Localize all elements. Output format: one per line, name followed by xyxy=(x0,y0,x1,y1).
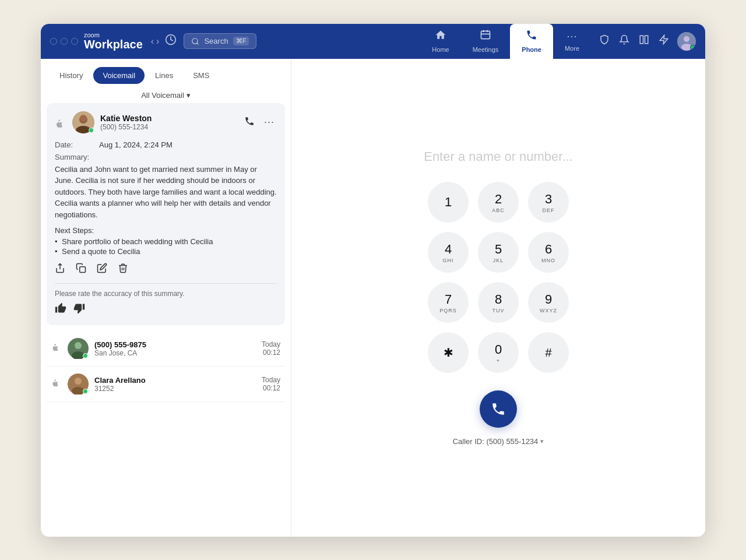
vm-card-header: Katie Weston (500) 555-1234 ··· xyxy=(55,111,277,133)
nav-tab-more-label: More xyxy=(565,45,579,52)
nav-shield-button[interactable] xyxy=(596,31,613,51)
vm-list-day-2: Today xyxy=(262,376,280,384)
dial-key-6[interactable]: 6 MNO xyxy=(528,232,569,273)
call-button[interactable] xyxy=(480,390,517,428)
nav-recent-button[interactable] xyxy=(163,31,179,51)
nav-tab-home-label: Home xyxy=(432,46,449,53)
search-bar[interactable]: Search ⌘F xyxy=(184,33,256,49)
svg-line-2 xyxy=(197,43,199,44)
dial-key-7[interactable]: 7 PQRS xyxy=(428,282,469,323)
dial-key-hash[interactable]: # xyxy=(528,332,569,373)
top-nav: zoom Workplace ‹ › Search ⌘F Home xyxy=(41,24,705,59)
left-panel: History Voicemail Lines SMS All Voicemai… xyxy=(41,59,291,537)
dial-key-1[interactable]: 1 xyxy=(428,182,469,223)
dialpad-panel: 1 2 ABC 3 DEF 4 GHI 5 JKL xyxy=(291,59,705,537)
dial-key-4[interactable]: 4 GHI xyxy=(428,232,469,273)
dial-key-8[interactable]: 8 TUV xyxy=(478,282,519,323)
caller-id-row[interactable]: Caller ID: (500) 555-1234 ▾ xyxy=(453,437,544,446)
vm-list-dur-2: 00:12 xyxy=(262,384,280,392)
svg-point-20 xyxy=(75,342,82,349)
vm-call-button[interactable] xyxy=(242,114,257,131)
dial-key-3[interactable]: 3 DEF xyxy=(528,182,569,223)
vm-rating-buttons xyxy=(55,302,277,317)
nav-tab-home[interactable]: Home xyxy=(420,24,460,59)
vm-detail-section: Date: Aug 1, 2024, 2:24 PM Summary: Ceci… xyxy=(55,140,277,256)
dial-input[interactable] xyxy=(382,149,615,164)
nav-layout-button[interactable] xyxy=(635,31,653,51)
nav-notification-button[interactable] xyxy=(615,31,633,51)
vm-next-steps-list: Share portfolio of beach wedding with Ce… xyxy=(55,237,277,256)
nav-right-icons xyxy=(596,31,696,51)
dial-key-9[interactable]: 9 WXYZ xyxy=(528,282,569,323)
vm-rating-text: Please rate the accuracy of this summary… xyxy=(55,290,277,298)
nav-tab-meetings-label: Meetings xyxy=(473,46,499,53)
voicemail-filter[interactable]: All Voicemail ▾ xyxy=(41,84,291,103)
minimize-control[interactable] xyxy=(61,38,68,45)
voicemail-list: Katie Weston (500) 555-1234 ··· Date: xyxy=(41,103,291,537)
vm-summary-text: Cecilia and John want to get married nex… xyxy=(55,164,277,221)
nav-tab-phone[interactable]: Phone xyxy=(510,24,553,59)
tab-sms[interactable]: SMS xyxy=(184,67,219,84)
vm-next-steps-label: Next Steps: xyxy=(55,226,277,235)
more-icon: ··· xyxy=(566,30,577,43)
vm-list-name-1: (500) 555-9875 xyxy=(94,340,256,349)
tab-voicemail[interactable]: Voicemail xyxy=(93,67,145,84)
nav-back-button[interactable]: ‹ xyxy=(151,36,154,47)
vm-date-label: Date: xyxy=(55,140,90,149)
dial-grid: 1 2 ABC 3 DEF 4 GHI 5 JKL xyxy=(428,182,569,373)
svg-rect-8 xyxy=(645,36,648,44)
nav-tabs: Home Meetings Phone ··· More xyxy=(420,24,591,59)
meetings-icon xyxy=(480,29,491,44)
vm-contact-number: (500) 555-1234 xyxy=(100,123,236,131)
svg-rect-3 xyxy=(481,31,490,38)
vm-list-sub-2: 31252 xyxy=(94,385,256,393)
vm-list-playback-2 xyxy=(51,379,59,389)
vm-list-avatar-2 xyxy=(68,374,89,395)
svg-rect-18 xyxy=(80,267,86,273)
close-control[interactable] xyxy=(50,38,57,45)
vm-thumbup-button[interactable] xyxy=(55,302,66,317)
home-icon xyxy=(435,29,446,44)
vm-date-value: Aug 1, 2024, 2:24 PM xyxy=(99,140,173,149)
user-avatar[interactable] xyxy=(677,32,696,51)
vm-list-sub-1: San Jose, CA xyxy=(94,349,256,357)
brand-logo: zoom Workplace xyxy=(84,32,143,50)
svg-rect-7 xyxy=(640,36,643,44)
phone-icon xyxy=(526,29,537,44)
phone-tab-bar: History Voicemail Lines SMS xyxy=(41,59,291,84)
vm-share-button[interactable] xyxy=(55,263,65,276)
vm-list-day-1: Today xyxy=(262,340,280,348)
vm-copy-button[interactable] xyxy=(76,263,86,276)
vm-contact-name: Katie Weston xyxy=(100,114,236,123)
search-label: Search xyxy=(204,37,228,45)
maximize-control[interactable] xyxy=(71,38,78,45)
vm-more-button[interactable]: ··· xyxy=(262,114,277,131)
filter-chevron: ▾ xyxy=(186,91,191,100)
svg-marker-9 xyxy=(660,36,668,44)
voicemail-list-item-1[interactable]: (500) 555-9875 San Jose, CA Today 00:12 xyxy=(47,331,285,367)
vm-list-info-2: Clara Arellano 31252 xyxy=(94,376,256,393)
vm-rating-section: Please rate the accuracy of this summary… xyxy=(55,283,277,317)
vm-list-time-2: Today 00:12 xyxy=(262,376,280,392)
vm-name-number: Katie Weston (500) 555-1234 xyxy=(100,114,236,131)
svg-point-11 xyxy=(684,36,689,42)
nav-tab-meetings[interactable]: Meetings xyxy=(461,24,511,59)
dial-key-0[interactable]: 0 + xyxy=(478,332,519,373)
vm-edit-button[interactable] xyxy=(97,263,107,276)
nav-forward-button[interactable]: › xyxy=(156,36,159,47)
vm-thumbdown-button[interactable] xyxy=(73,302,85,317)
nav-tab-more[interactable]: ··· More xyxy=(553,24,591,59)
nav-ai-button[interactable] xyxy=(655,31,673,51)
window-controls xyxy=(50,38,78,45)
tab-lines[interactable]: Lines xyxy=(146,67,182,84)
search-shortcut: ⌘F xyxy=(233,37,249,45)
voicemail-list-item-2[interactable]: Clara Arellano 31252 Today 00:12 xyxy=(47,367,285,402)
dial-key-star[interactable]: ✱ xyxy=(428,332,469,373)
vm-list-name-2: Clara Arellano xyxy=(94,376,256,385)
dial-key-5[interactable]: 5 JKL xyxy=(478,232,519,273)
dial-key-2[interactable]: 2 ABC xyxy=(478,182,519,223)
svg-point-23 xyxy=(75,378,82,385)
vm-delete-button[interactable] xyxy=(118,263,128,276)
tab-history[interactable]: History xyxy=(50,67,92,84)
vm-list-dur-1: 00:12 xyxy=(262,348,280,357)
